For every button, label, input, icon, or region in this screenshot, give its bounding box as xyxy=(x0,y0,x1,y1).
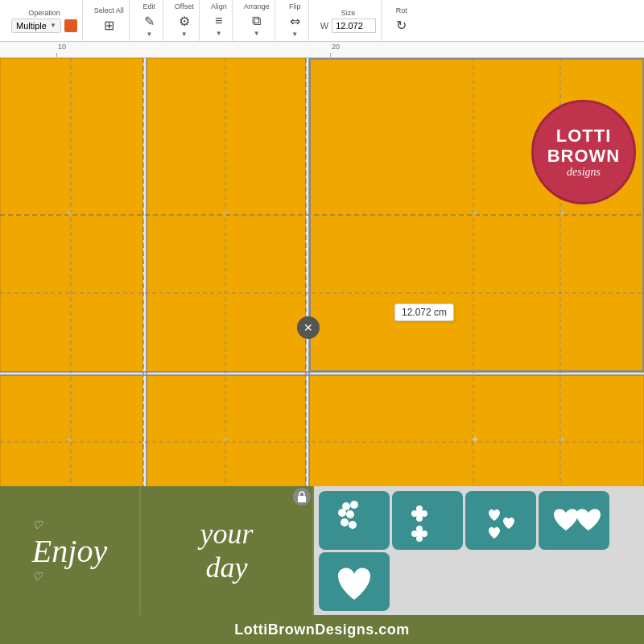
teal-card-5[interactable] xyxy=(319,552,390,611)
split-button[interactable]: ✕ xyxy=(297,316,320,339)
canvas-area: + + + + + + + + ✕ 12.072 cm ♡ Enjoy ♡ xyxy=(0,58,644,644)
rotate-label: Rot xyxy=(396,6,407,14)
operation-group: Operation Multiple ▼ xyxy=(6,0,83,41)
teal-card-3[interactable] xyxy=(465,491,536,550)
rotate-group: Rot ↻ xyxy=(388,0,415,41)
heart-icon-bottom: ♡ xyxy=(32,570,43,584)
chevron-down-icon: ▼ xyxy=(50,22,56,29)
select-all-icon: ⊞ xyxy=(104,18,114,33)
align-icon: ≡ xyxy=(215,14,222,28)
lock-button[interactable] xyxy=(293,488,311,506)
size-w-label: W xyxy=(320,21,328,31)
logo-lotti: LOTTI xyxy=(547,126,621,146)
ruler-number-10: 10 xyxy=(58,43,66,51)
ruler-mark-20: 20 xyxy=(330,42,340,57)
edit-button[interactable]: ✎ ▼ xyxy=(141,12,158,39)
svg-point-24 xyxy=(338,509,346,517)
align-label: Align xyxy=(211,2,227,10)
operation-label: Operation xyxy=(28,9,60,17)
logo-designs: designs xyxy=(547,166,621,179)
align-button[interactable]: ≡ ▼ xyxy=(212,12,225,39)
mat-tile-1 xyxy=(0,58,143,372)
logo-brown: BROWN xyxy=(547,146,621,166)
yourday-section: your day xyxy=(141,486,314,615)
svg-point-26 xyxy=(341,518,349,526)
teal-card-2[interactable] xyxy=(392,491,463,550)
operation-dropdown[interactable]: Multiple ▼ xyxy=(11,19,61,33)
bottom-panel: ♡ Enjoy ♡ your day xyxy=(0,486,644,644)
rotate-icon: ↻ xyxy=(396,18,407,33)
offset-group: Offset ⚙ ▼ xyxy=(170,0,200,41)
logo-circle: LOTTI BROWN designs xyxy=(531,100,636,204)
teal-card-4[interactable] xyxy=(539,491,609,550)
yourday-text: your day xyxy=(200,517,254,584)
ruler-mark-10: 10 xyxy=(56,42,66,57)
enjoy-section: ♡ Enjoy ♡ xyxy=(0,486,141,615)
offset-icon: ⚙ xyxy=(179,14,190,29)
edit-group: Edit ✎ ▼ xyxy=(136,0,163,41)
logo-text: LOTTI BROWN designs xyxy=(547,126,621,180)
align-group: Align ≡ ▼ xyxy=(206,0,233,41)
align-chevron-icon: ▼ xyxy=(216,30,222,37)
bottom-footer: LottiBrownDesigns.com xyxy=(0,615,644,644)
flip-icon: ⇔ xyxy=(290,14,300,29)
offset-button[interactable]: ⚙ ▼ xyxy=(175,12,193,39)
select-all-group: Select All ⊞ xyxy=(89,0,130,41)
svg-point-27 xyxy=(349,521,357,529)
offset-chevron-icon: ▼ xyxy=(181,31,188,38)
edit-icon: ✎ xyxy=(144,14,155,29)
day-text: day xyxy=(200,551,254,584)
operation-value: Multiple xyxy=(16,21,47,31)
svg-point-32 xyxy=(416,510,423,517)
teal-section xyxy=(314,486,644,615)
teal-card-1[interactable] xyxy=(319,491,390,550)
flip-button[interactable]: ⇔ ▼ xyxy=(287,12,303,39)
color-swatch xyxy=(64,19,77,32)
edit-label: Edit xyxy=(143,2,156,10)
mat-tile-2 xyxy=(147,58,306,372)
footer-text: LottiBrownDesigns.com xyxy=(234,621,410,638)
arrange-chevron-icon: ▼ xyxy=(254,30,260,37)
rotate-button[interactable]: ↻ xyxy=(393,16,410,35)
select-all-label: Select All xyxy=(94,6,124,14)
ruler-top: 10 20 xyxy=(0,42,644,58)
size-tooltip-value: 12.072 cm xyxy=(402,307,447,318)
svg-point-37 xyxy=(416,530,423,537)
flip-label: Flip xyxy=(289,2,301,10)
flip-chevron-icon: ▼ xyxy=(291,31,298,38)
size-label: Size xyxy=(341,9,356,17)
svg-rect-21 xyxy=(298,496,306,502)
select-all-button[interactable]: ⊞ xyxy=(101,16,118,35)
flip-group: Flip ⇔ ▼ xyxy=(282,0,309,41)
toolbar: Operation Multiple ▼ Select All ⊞ Edit ✎… xyxy=(0,0,644,42)
svg-point-25 xyxy=(346,510,354,518)
arrange-group: Arrange ⧉ ▼ xyxy=(239,0,275,41)
ruler-number-20: 20 xyxy=(332,43,340,51)
arrange-button[interactable]: ⧉ ▼ xyxy=(249,12,264,39)
bottom-content: ♡ Enjoy ♡ your day xyxy=(0,486,644,615)
lock-icon xyxy=(297,491,307,502)
size-input[interactable] xyxy=(332,19,376,33)
svg-point-23 xyxy=(350,501,358,509)
your-text: your xyxy=(200,517,254,551)
enjoy-word: Enjoy xyxy=(32,532,107,570)
edit-chevron-icon: ▼ xyxy=(146,31,152,38)
arrange-icon: ⧉ xyxy=(252,14,261,28)
offset-label: Offset xyxy=(175,2,194,10)
size-group: Size W xyxy=(316,0,382,41)
arrange-label: Arrange xyxy=(244,2,270,10)
heart-icon-top: ♡ xyxy=(32,518,43,532)
size-tooltip: 12.072 cm xyxy=(394,303,454,321)
enjoy-text: ♡ Enjoy ♡ xyxy=(32,518,107,584)
